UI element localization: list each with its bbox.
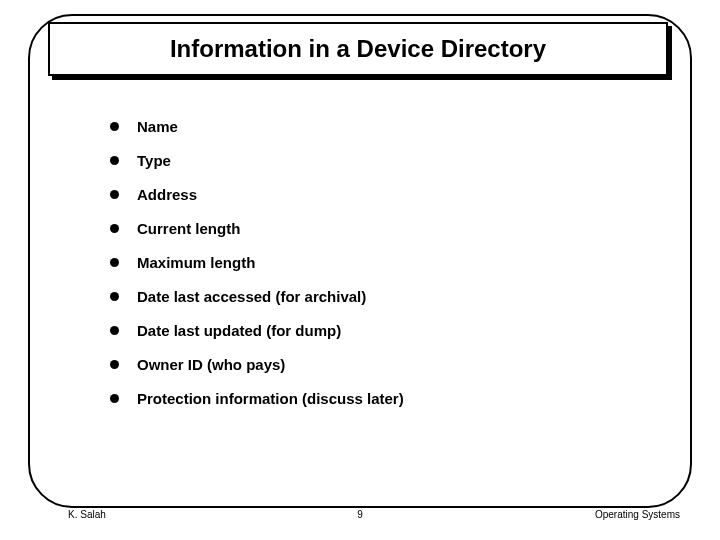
slide: Information in a Device Directory Name T…: [0, 0, 720, 540]
list-item: Protection information (discuss later): [110, 390, 650, 407]
bullet-icon: [110, 122, 119, 131]
bullet-icon: [110, 258, 119, 267]
bullet-label: Date last updated (for dump): [137, 322, 341, 339]
bullet-label: Maximum length: [137, 254, 255, 271]
bullet-icon: [110, 156, 119, 165]
bullet-icon: [110, 190, 119, 199]
bullet-icon: [110, 292, 119, 301]
bullet-label: Protection information (discuss later): [137, 390, 404, 407]
list-item: Name: [110, 118, 650, 135]
footer-topic: Operating Systems: [595, 509, 680, 520]
bullet-icon: [110, 326, 119, 335]
list-item: Owner ID (who pays): [110, 356, 650, 373]
bullet-label: Type: [137, 152, 171, 169]
bullet-label: Date last accessed (for archival): [137, 288, 366, 305]
bullet-icon: [110, 394, 119, 403]
bullet-label: Name: [137, 118, 178, 135]
bullet-icon: [110, 224, 119, 233]
slide-title: Information in a Device Directory: [170, 35, 546, 63]
bullet-label: Current length: [137, 220, 240, 237]
bullet-icon: [110, 360, 119, 369]
title-box: Information in a Device Directory: [48, 22, 668, 76]
bullet-label: Address: [137, 186, 197, 203]
list-item: Type: [110, 152, 650, 169]
list-item: Date last updated (for dump): [110, 322, 650, 339]
list-item: Address: [110, 186, 650, 203]
list-item: Maximum length: [110, 254, 650, 271]
bullet-list: Name Type Address Current length Maximum…: [110, 118, 650, 424]
bullet-label: Owner ID (who pays): [137, 356, 285, 373]
list-item: Date last accessed (for archival): [110, 288, 650, 305]
list-item: Current length: [110, 220, 650, 237]
